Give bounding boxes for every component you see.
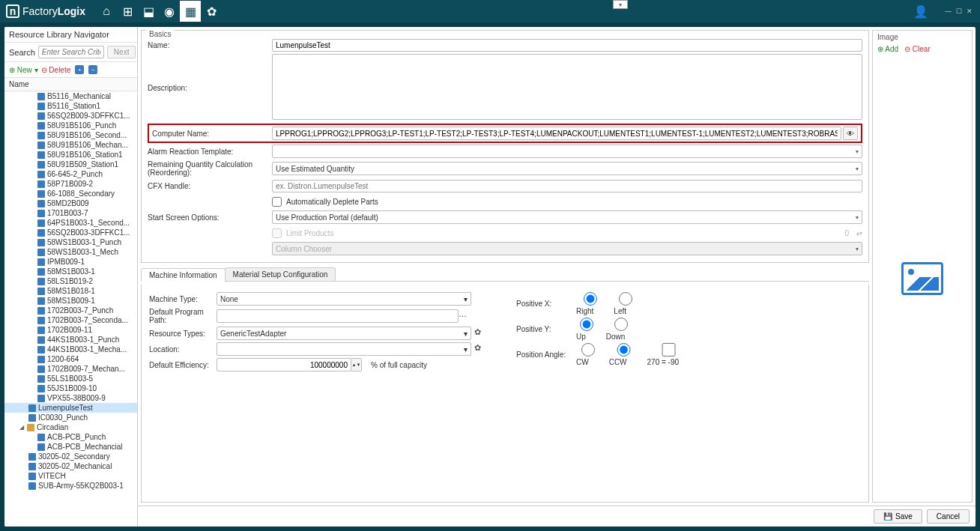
tree-item[interactable]: 58WS1B003-1_Punch <box>4 237 137 247</box>
default-efficiency-input[interactable] <box>217 358 351 371</box>
positive-x-left-radio[interactable] <box>614 292 638 306</box>
search-input[interactable] <box>38 46 104 58</box>
tab-machine-info[interactable]: Machine Information <box>141 268 226 282</box>
minimize-button[interactable]: — <box>943 6 953 16</box>
tree-item[interactable]: 1702B003-7_Seconda... <box>4 315 137 325</box>
description-input[interactable] <box>272 54 862 120</box>
tree-item[interactable]: 58WS1B003-1_Mech <box>4 247 137 257</box>
tree-item[interactable]: B5116_Station1 <box>4 101 137 111</box>
tree-item[interactable]: 56SQ2B003-3DFFKC1... <box>4 228 137 237</box>
globe-icon[interactable]: ◉ <box>159 1 180 22</box>
tree-item[interactable]: 58U91B509_Station1 <box>4 160 137 169</box>
module-icon[interactable]: ▦ <box>180 1 201 22</box>
name-input[interactable] <box>272 39 862 52</box>
tree-item[interactable]: 30205-02_Secondary <box>4 452 137 461</box>
auto-deplete-checkbox[interactable] <box>272 197 282 207</box>
tree-item[interactable]: 58MS1B018-1 <box>4 286 137 296</box>
cfx-input[interactable] <box>272 180 862 192</box>
tree-item[interactable]: 66-645-2_Punch <box>4 169 137 179</box>
tree-item[interactable]: VITECH <box>4 471 137 481</box>
resource-tree[interactable]: B5116_MechanicalB5116_Station156SQ2B009-… <box>4 91 137 527</box>
cancel-button[interactable]: Cancel <box>927 509 970 524</box>
tree-column-header[interactable]: Name <box>4 78 137 91</box>
sidebar: Resource Library Navigator Search Next ⊕… <box>4 27 138 527</box>
save-button[interactable]: 💾 Save <box>874 509 922 524</box>
positive-x-right-radio[interactable] <box>576 292 605 306</box>
close-button[interactable]: ✕ <box>965 6 974 16</box>
maximize-button[interactable]: ☐ <box>955 6 964 16</box>
user-icon[interactable]: 👤 <box>910 1 931 22</box>
search-next-button[interactable]: Next <box>107 46 136 58</box>
tree-item[interactable]: 1702B009-7_Mechan... <box>4 364 137 374</box>
expand-icon[interactable]: + <box>75 65 84 74</box>
rqc-combo[interactable]: Use Estimated Quantity▾ <box>272 162 862 175</box>
home-icon[interactable]: ⌂ <box>96 1 117 22</box>
positive-y-up-radio[interactable] <box>576 318 597 331</box>
tree-item[interactable]: 30205-02_Mechanical <box>4 461 137 471</box>
machine-type-label: Machine Type: <box>149 295 217 303</box>
tree-item[interactable]: VPX55-38B009-9 <box>4 393 137 403</box>
angle-cw-radio[interactable] <box>576 343 600 356</box>
tree-item[interactable]: 58U91B5106_Second... <box>4 130 137 140</box>
tree-item[interactable]: 58U91B5106_Mechan... <box>4 140 137 150</box>
collapse-icon[interactable]: − <box>88 65 97 74</box>
resource-types-gear-icon[interactable]: ✿ <box>474 327 486 339</box>
tree-item[interactable]: 1702B009-11 <box>4 325 137 335</box>
package-icon[interactable]: ⬓ <box>138 1 159 22</box>
start-screen-combo[interactable]: Use Production Portal (default)▾ <box>272 210 862 224</box>
tree-item[interactable]: IPMB009-1 <box>4 257 137 267</box>
delete-button[interactable]: ⊖ Delete <box>41 66 71 74</box>
default-program-path-input[interactable] <box>217 309 459 323</box>
auto-deplete-label: Automatically Deplete Parts <box>286 198 378 206</box>
tree-item[interactable]: 58U91B5106_Punch <box>4 121 137 130</box>
column-chooser-combo[interactable]: Column Chooser▾ <box>272 242 862 255</box>
tree-item[interactable]: 1200-664 <box>4 354 137 364</box>
tab-material-setup[interactable]: Material Setup Configuration <box>225 267 336 281</box>
angle-ccw-radio[interactable] <box>609 343 638 356</box>
tree-item[interactable]: 64PS1B003-1_Second... <box>4 218 137 228</box>
tree-item[interactable]: 58U91B5106_Station1 <box>4 150 137 160</box>
alarm-template-combo[interactable]: ▾ <box>272 145 862 158</box>
tree-item[interactable]: LumenpulseTest <box>4 403 137 413</box>
positive-y-down-radio[interactable] <box>606 318 637 331</box>
grid-icon[interactable]: ⊞ <box>117 1 138 22</box>
tree-item[interactable]: 1701B003-7 <box>4 208 137 218</box>
rqc-label: Remaining Quantity Calculation (Reorderi… <box>148 160 272 177</box>
angle-270-checkbox[interactable] <box>647 343 691 356</box>
computer-name-input[interactable] <box>272 127 841 140</box>
computer-name-browse-icon[interactable]: 👁 <box>843 127 858 140</box>
location-gear-icon[interactable]: ✿ <box>474 343 486 355</box>
tree-item[interactable]: ACB-PCB_Punch <box>4 432 137 442</box>
top-page-dropdown[interactable]: ▾ <box>613 0 628 9</box>
name-label: Name: <box>148 41 272 49</box>
tree-item[interactable]: SUB-Army-55KQ2B003-1 <box>4 481 137 491</box>
tree-item[interactable]: 58P71B009-2 <box>4 179 137 189</box>
machine-type-combo[interactable]: None▾ <box>217 292 471 306</box>
location-combo[interactable]: ▾ <box>217 342 471 356</box>
new-button[interactable]: ⊕ New ▾ <box>9 66 38 74</box>
tree-item[interactable]: 44KS1B003-1_Punch <box>4 335 137 345</box>
tree-item[interactable]: B5116_Mechanical <box>4 91 137 101</box>
tree-item[interactable]: 58MS1B009-1 <box>4 296 137 306</box>
tree-item[interactable]: 55LS1B003-5 <box>4 374 137 383</box>
program-path-browse-button[interactable]: … <box>459 309 471 323</box>
tree-item[interactable]: 58MS1B003-1 <box>4 267 137 276</box>
app-logo: n FactoryLogix <box>6 4 85 18</box>
tree-item[interactable]: 55JS1B009-10 <box>4 383 137 393</box>
tree-item[interactable]: ◢Circadian <box>4 422 137 432</box>
default-program-path-label: Default Program Path: <box>149 308 217 324</box>
basics-legend: Basics <box>146 30 174 38</box>
tree-item[interactable]: 56SQ2B009-3DFFKC1... <box>4 111 137 121</box>
tree-item[interactable]: 58MD2B009 <box>4 198 137 208</box>
tree-item[interactable]: ACB-PCB_Mechancial <box>4 442 137 452</box>
tree-item[interactable]: 1702B003-7_Punch <box>4 306 137 315</box>
gear-icon[interactable]: ✿ <box>201 1 222 22</box>
tree-item[interactable]: IC0030_Punch <box>4 413 137 422</box>
tree-item[interactable]: 58LS1B019-2 <box>4 276 137 286</box>
tree-item[interactable]: 44KS1B003-1_Mecha... <box>4 345 137 354</box>
tree-item[interactable]: 66-1088_Secondary <box>4 189 137 198</box>
image-clear-button[interactable]: ⊖ Clear <box>904 45 931 53</box>
image-add-button[interactable]: ⊕ Add <box>877 45 898 53</box>
efficiency-spinner[interactable]: ▲▼ <box>351 358 362 371</box>
resource-types-combo[interactable]: GenericTestAdapter▾ <box>217 327 471 340</box>
